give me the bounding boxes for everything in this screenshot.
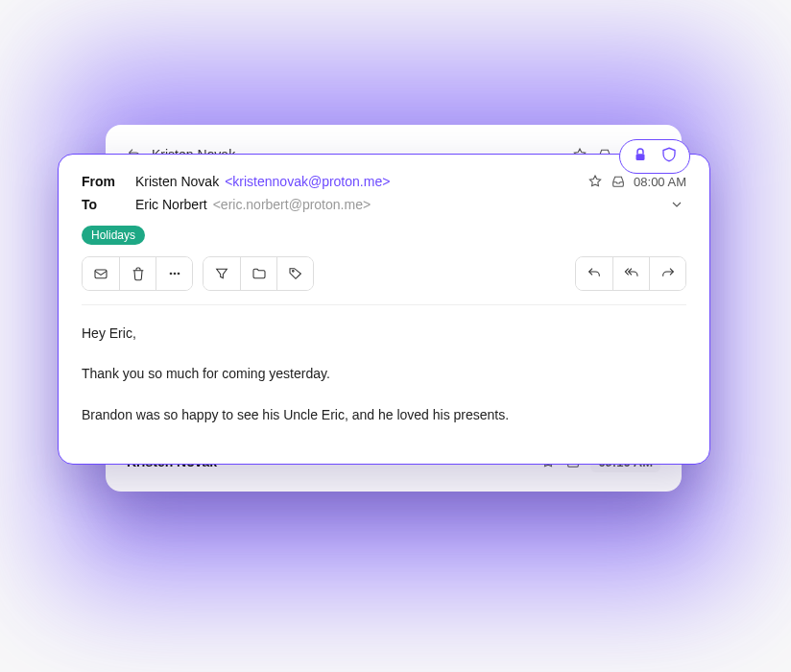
more-button[interactable] xyxy=(156,257,192,290)
body-paragraph: Hey Eric, xyxy=(82,323,686,344)
reply-group xyxy=(575,256,686,291)
security-badge[interactable] xyxy=(619,139,690,174)
body-paragraph: Thank you so much for coming yesterday. xyxy=(82,363,686,384)
star-icon[interactable] xyxy=(587,174,603,189)
svg-point-4 xyxy=(178,273,180,275)
email-time: 08:00 AM xyxy=(634,175,686,189)
tag-button[interactable] xyxy=(276,257,313,290)
to-email[interactable]: <eric.norbert@proton.me> xyxy=(213,197,371,212)
from-row: From Kristen Novak <kristennovak@proton.… xyxy=(82,174,686,189)
from-email[interactable]: <kristennovak@proton.me> xyxy=(225,174,390,189)
filter-button[interactable] xyxy=(204,257,240,290)
action-group-1 xyxy=(82,256,193,291)
body-paragraph: Brandon was so happy to see his Uncle Er… xyxy=(82,404,686,425)
shield-icon xyxy=(660,146,678,167)
trash-button[interactable] xyxy=(119,257,156,290)
svg-rect-0 xyxy=(636,154,645,160)
email-detail-card: From Kristen Novak <kristennovak@proton.… xyxy=(58,154,710,465)
email-body: Hey Eric, Thank you so much for coming y… xyxy=(82,323,686,425)
to-row: To Eric Norbert <eric.norbert@proton.me> xyxy=(82,195,686,214)
email-toolbar xyxy=(82,256,686,291)
inbox-icon[interactable] xyxy=(611,174,626,189)
move-to-folder-button[interactable] xyxy=(240,257,276,290)
svg-point-2 xyxy=(170,273,172,275)
svg-point-3 xyxy=(174,273,176,275)
action-group-2 xyxy=(203,256,314,291)
from-name: Kristen Novak xyxy=(135,174,219,189)
lock-icon xyxy=(632,146,649,167)
divider xyxy=(82,304,686,305)
svg-rect-1 xyxy=(95,270,107,278)
forward-button[interactable] xyxy=(649,257,685,290)
expand-recipients-button[interactable] xyxy=(667,195,686,214)
mark-unread-button[interactable] xyxy=(83,257,119,290)
from-label: From xyxy=(82,174,135,189)
to-name: Eric Norbert xyxy=(135,197,207,212)
reply-all-button[interactable] xyxy=(612,257,649,290)
svg-point-5 xyxy=(292,271,294,273)
reply-button[interactable] xyxy=(576,257,612,290)
label-tag[interactable]: Holidays xyxy=(82,226,145,245)
to-label: To xyxy=(82,197,135,212)
